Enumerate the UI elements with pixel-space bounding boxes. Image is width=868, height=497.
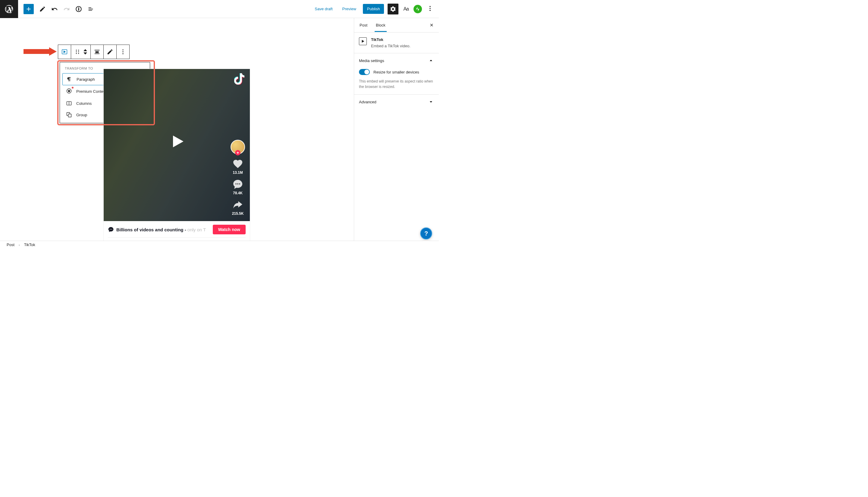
toolbar-right-group: Save draft Preview Publish Aa — [312, 4, 439, 14]
workspace: Transform to Paragraph Premium Content C… — [0, 18, 439, 243]
block-type-button[interactable] — [58, 45, 71, 59]
paragraph-icon — [66, 76, 72, 82]
svg-point-12 — [78, 53, 79, 54]
tiktok-embed-block[interactable]: 13.1M 78.4K 215.5K Billions — [103, 69, 250, 243]
svg-point-8 — [78, 50, 79, 51]
chevron-up-icon — [428, 58, 434, 63]
advanced-section: Advanced — [354, 94, 439, 109]
block-drag-handle[interactable] — [71, 45, 91, 59]
svg-point-7 — [76, 50, 77, 51]
more-menu-button[interactable] — [425, 4, 435, 14]
svg-point-13 — [122, 49, 123, 50]
play-button-icon[interactable] — [169, 134, 185, 150]
svg-point-3 — [430, 6, 431, 7]
watch-now-button[interactable]: Watch now — [213, 225, 246, 235]
svg-rect-20 — [68, 114, 71, 117]
callout-arrow-icon — [24, 47, 57, 56]
resize-toggle-row: Resize for smaller devices — [354, 68, 439, 78]
editor-canvas[interactable]: Transform to Paragraph Premium Content C… — [0, 18, 354, 243]
settings-sidebar: Post Block × TikTok Embed a TikTok video… — [354, 18, 439, 243]
redo-button[interactable] — [61, 3, 72, 15]
tiktok-like-stat[interactable]: 13.1M — [233, 158, 243, 175]
add-block-button[interactable] — [24, 4, 34, 14]
breadcrumb: Post › TikTok — [0, 241, 439, 248]
preview-button[interactable]: Preview — [339, 4, 359, 14]
toolbar-left-group — [18, 3, 96, 15]
tiktok-banner: Billions of videos and counting - only o… — [108, 225, 246, 238]
editor-top-bar: Save draft Preview Publish Aa — [0, 0, 439, 18]
svg-point-0 — [78, 8, 79, 8]
speech-icon — [108, 227, 114, 232]
svg-point-5 — [430, 10, 431, 11]
svg-point-4 — [430, 8, 431, 9]
resize-help-text: This embed will preserve its aspect rati… — [354, 78, 439, 94]
tiktok-side-actions: 13.1M 78.4K 215.5K — [230, 140, 245, 216]
breadcrumb-post[interactable]: Post — [6, 242, 14, 247]
svg-rect-1 — [78, 9, 79, 11]
jetpack-button[interactable] — [414, 5, 422, 13]
svg-point-11 — [76, 53, 77, 54]
close-sidebar-button[interactable]: × — [425, 19, 438, 32]
tab-post[interactable]: Post — [355, 19, 372, 32]
block-name: TikTok — [371, 37, 410, 42]
tiktok-share-stat[interactable]: 215.5K — [232, 199, 244, 216]
svg-point-22 — [237, 183, 238, 185]
save-draft-button[interactable]: Save draft — [312, 4, 335, 14]
svg-point-21 — [235, 183, 237, 185]
svg-point-24 — [110, 229, 110, 229]
breadcrumb-tiktok[interactable]: TikTok — [24, 242, 35, 247]
block-icon — [359, 37, 367, 45]
premium-icon — [66, 88, 72, 95]
tiktok-avatar[interactable] — [230, 140, 245, 154]
sidebar-tabs: Post Block × — [354, 18, 439, 32]
block-toolbar — [58, 45, 130, 59]
heart-icon — [233, 158, 243, 169]
help-button[interactable]: ? — [420, 227, 432, 240]
svg-point-9 — [76, 51, 77, 52]
media-settings-section: Media settings Resize for smaller device… — [354, 53, 439, 94]
chevron-right-icon: › — [19, 243, 20, 247]
share-icon — [233, 199, 243, 210]
block-edit-button[interactable] — [104, 45, 117, 59]
tab-block[interactable]: Block — [372, 19, 390, 32]
svg-point-25 — [111, 229, 111, 229]
resize-toggle-label: Resize for smaller devices — [374, 70, 419, 74]
undo-button[interactable] — [49, 3, 60, 15]
edit-mode-button[interactable] — [37, 3, 48, 15]
media-settings-header[interactable]: Media settings — [354, 53, 439, 68]
wordpress-logo[interactable] — [0, 0, 18, 18]
block-description: Embed a TikTok video. — [371, 44, 410, 48]
svg-point-15 — [122, 53, 123, 54]
group-icon — [66, 112, 72, 118]
svg-point-26 — [112, 229, 112, 229]
chevron-down-icon — [428, 99, 434, 105]
block-more-button[interactable] — [117, 45, 129, 59]
tiktok-logo-icon — [234, 73, 244, 86]
typography-button[interactable]: Aa — [402, 5, 410, 13]
info-button[interactable] — [73, 3, 84, 15]
settings-button[interactable] — [388, 4, 398, 14]
publish-button[interactable]: Publish — [363, 4, 384, 14]
block-move-arrows[interactable] — [83, 49, 87, 55]
block-info-panel: TikTok Embed a TikTok video. — [354, 32, 439, 53]
svg-point-23 — [239, 183, 240, 185]
svg-point-10 — [78, 51, 79, 52]
tiktok-video-preview[interactable]: 13.1M 78.4K 215.5K — [104, 69, 250, 221]
block-align-button[interactable] — [91, 45, 104, 59]
outline-button[interactable] — [85, 3, 96, 15]
resize-toggle[interactable] — [359, 69, 370, 75]
tiktok-footer: Billions of videos and counting - only o… — [104, 221, 250, 243]
comment-icon — [233, 179, 243, 190]
columns-icon — [66, 100, 72, 106]
tiktok-comment-stat[interactable]: 78.4K — [233, 179, 243, 195]
advanced-section-header[interactable]: Advanced — [354, 95, 439, 109]
svg-point-14 — [122, 51, 123, 52]
